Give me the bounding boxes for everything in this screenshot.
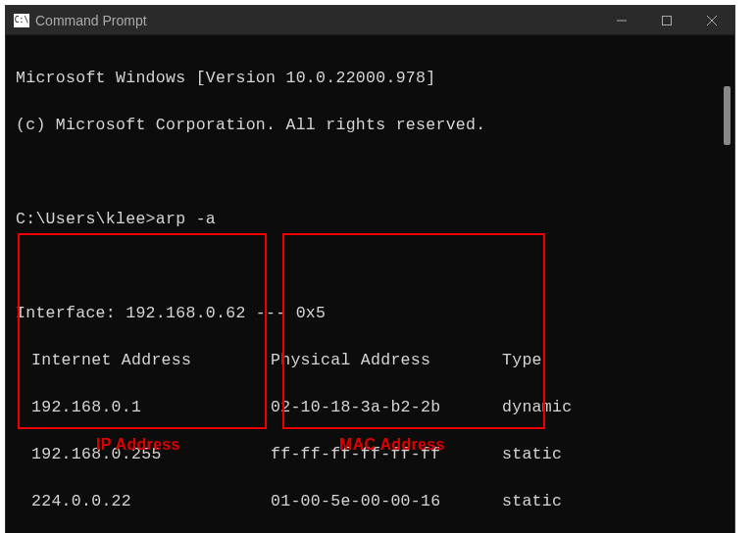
cmd-icon bbox=[14, 14, 29, 27]
minimize-button[interactable] bbox=[599, 6, 644, 34]
svg-rect-1 bbox=[663, 16, 672, 24]
window-title: Command Prompt bbox=[35, 13, 599, 28]
terminal-area[interactable]: Microsoft Windows [Version 10.0.22000.97… bbox=[6, 35, 734, 533]
annotation-box-mac bbox=[282, 233, 545, 429]
version-line: Microsoft Windows [Version 10.0.22000.97… bbox=[16, 67, 725, 90]
annotation-label-mac: MAC Address bbox=[339, 433, 445, 457]
copyright-line: (c) Microsoft Corporation. All rights re… bbox=[16, 114, 725, 137]
window-controls bbox=[599, 6, 734, 34]
close-button[interactable] bbox=[689, 6, 734, 34]
scrollbar-thumb[interactable] bbox=[724, 86, 731, 145]
titlebar[interactable]: Command Prompt bbox=[6, 6, 734, 35]
annotation-box-ip bbox=[18, 233, 267, 429]
table-row: 224.0.0.2201-00-5e-00-00-16static bbox=[16, 490, 725, 513]
annotation-label-ip: IP Address bbox=[96, 433, 180, 457]
prompt-command: arp -a bbox=[156, 210, 216, 228]
maximize-button[interactable] bbox=[644, 6, 689, 34]
command-prompt-window: Command Prompt Microsoft Windows [Versio… bbox=[5, 5, 735, 533]
prompt-path: C:\Users\klee> bbox=[16, 210, 156, 228]
